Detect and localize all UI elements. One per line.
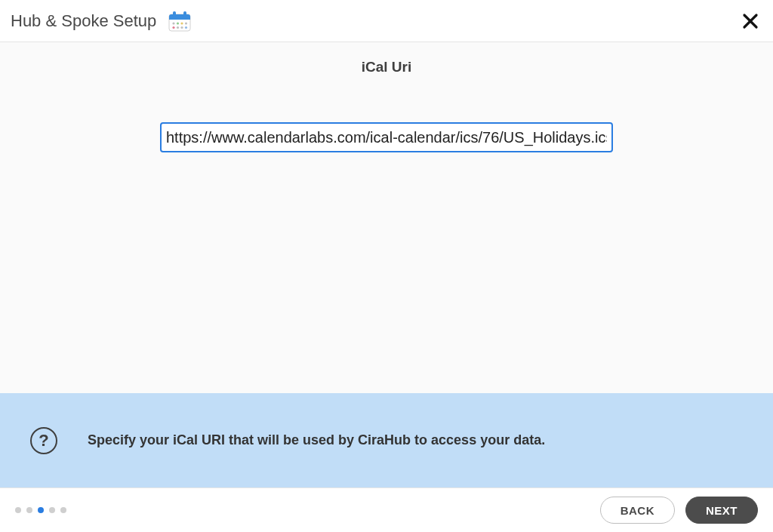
dialog-footer: BACK NEXT: [0, 487, 773, 532]
step-dot: [15, 507, 21, 513]
next-button[interactable]: NEXT: [685, 497, 758, 524]
help-icon: ?: [30, 427, 57, 454]
svg-rect-2: [169, 17, 190, 20]
svg-point-12: [185, 26, 187, 28]
dialog-header: Hub & Spoke Setup: [0, 0, 773, 42]
section-title: iCal Uri: [0, 42, 773, 83]
uri-input-wrap: [0, 122, 773, 152]
help-bar: ? Specify your iCal URI that will be use…: [0, 393, 773, 487]
svg-point-7: [181, 22, 183, 24]
ical-uri-input[interactable]: [160, 122, 613, 152]
dialog-title: Hub & Spoke Setup: [11, 11, 156, 31]
dialog-body: iCal Uri: [0, 42, 773, 393]
svg-point-5: [173, 22, 175, 24]
calendar-icon: [167, 8, 192, 34]
step-dot: [38, 507, 44, 513]
svg-rect-3: [173, 11, 176, 17]
svg-point-6: [177, 22, 179, 24]
svg-point-11: [181, 26, 183, 28]
step-indicator: [15, 507, 66, 513]
close-icon: [742, 13, 759, 29]
step-dot: [26, 507, 32, 513]
svg-point-10: [177, 26, 179, 28]
step-dot: [49, 507, 55, 513]
back-button[interactable]: BACK: [600, 497, 675, 524]
svg-rect-4: [183, 11, 186, 17]
svg-point-8: [185, 22, 187, 24]
step-dot: [60, 507, 66, 513]
close-button[interactable]: [738, 9, 762, 33]
help-text: Specify your iCal URI that will be used …: [88, 432, 545, 448]
svg-point-9: [173, 26, 175, 28]
